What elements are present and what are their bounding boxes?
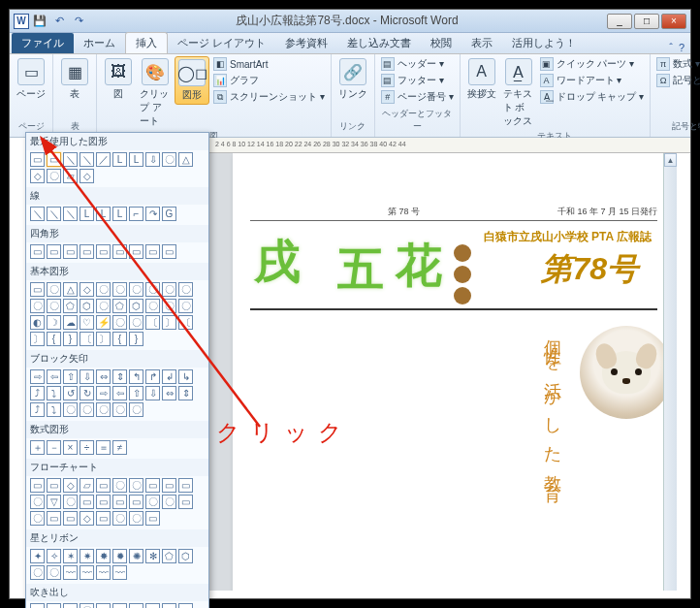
shape-option[interactable]: ▭ xyxy=(30,152,45,167)
shape-option[interactable]: ▱ xyxy=(80,478,94,493)
shape-option[interactable]: ◇ xyxy=(80,282,94,297)
vertical-scrollbar[interactable]: ▲ xyxy=(663,153,677,591)
shape-option[interactable]: ⇨ xyxy=(96,386,111,400)
shape-option[interactable]: ▭ xyxy=(162,244,176,259)
table-button[interactable]: ▦表 xyxy=(57,56,92,103)
shape-option[interactable]: ↲ xyxy=(162,369,176,384)
minimize-button[interactable]: _ xyxy=(607,14,632,29)
clipart-button[interactable]: 🎨クリップ アート xyxy=(138,56,173,130)
shape-option[interactable]: ⇩ xyxy=(145,152,160,167)
shape-option[interactable]: 〇 xyxy=(112,478,127,493)
shape-option[interactable]: ⬡ xyxy=(129,299,143,313)
shape-option[interactable]: ⬠ xyxy=(63,299,78,313)
shape-option[interactable]: 〇 xyxy=(129,315,143,330)
shape-option[interactable]: ＼ xyxy=(63,207,78,221)
shape-option[interactable]: L xyxy=(80,207,94,221)
footer-button[interactable]: ▤フッター ▾ xyxy=(379,73,456,88)
shape-option[interactable]: ▭ xyxy=(47,152,61,167)
shape-option[interactable]: ▭ xyxy=(80,244,94,259)
shape-option[interactable]: ◇ xyxy=(30,169,45,183)
shape-option[interactable]: ▭ xyxy=(96,478,111,493)
shape-option[interactable]: ▭ xyxy=(178,603,193,608)
shape-option[interactable]: ▭ xyxy=(162,603,176,608)
shape-option[interactable]: ▭ xyxy=(30,603,45,608)
equation-button[interactable]: π数式 ▾ xyxy=(654,56,700,72)
shape-option[interactable]: ⇦ xyxy=(112,386,127,400)
shape-option[interactable]: ⌐ xyxy=(129,207,143,221)
shape-option[interactable]: } xyxy=(129,332,143,346)
shape-option[interactable]: × xyxy=(63,440,78,455)
shape-option[interactable]: ▭ xyxy=(47,511,61,526)
shape-option[interactable]: ▭ xyxy=(30,244,45,259)
shape-option[interactable]: ▭ xyxy=(178,478,193,493)
shape-option[interactable]: ♡ xyxy=(80,315,94,330)
symbol-button[interactable]: Ω記号と特殊文字 ▾ xyxy=(654,73,700,88)
shape-option[interactable]: 〰 xyxy=(96,565,111,580)
quickparts-button[interactable]: ▣クイック パーツ ▾ xyxy=(538,56,647,72)
shape-option[interactable]: ✺ xyxy=(129,549,143,563)
shape-option[interactable]: ＼ xyxy=(63,152,78,167)
shape-option[interactable]: 〇 xyxy=(162,282,176,297)
shape-option[interactable]: ⇧ xyxy=(129,386,143,400)
link-button[interactable]: 🔗リンク xyxy=(335,56,370,103)
shapes-button[interactable]: ◯◻図形 xyxy=(175,56,209,105)
shape-option[interactable]: ☁ xyxy=(63,315,78,330)
shape-option[interactable]: G xyxy=(162,207,176,221)
header-button[interactable]: ▤ヘッダー ▾ xyxy=(379,56,456,72)
shape-option[interactable]: ▭ xyxy=(129,603,143,608)
shape-option[interactable]: L xyxy=(96,207,111,221)
shape-option[interactable]: ▭ xyxy=(80,495,94,509)
shape-option[interactable]: ✶ xyxy=(63,549,78,563)
shape-option[interactable]: 〕 xyxy=(30,332,45,346)
shape-option[interactable]: 〇 xyxy=(47,299,61,313)
shape-option[interactable]: ▭ xyxy=(112,495,127,509)
tab-view[interactable]: 表示 xyxy=(461,33,502,53)
shape-option[interactable]: ▭ xyxy=(129,244,143,259)
shape-option[interactable]: ▭ xyxy=(96,511,111,526)
pagenumber-button[interactable]: #ページ番号 ▾ xyxy=(379,89,456,105)
shape-option[interactable]: ⬠ xyxy=(112,299,127,313)
shape-option[interactable]: ⇔ xyxy=(96,369,111,384)
maximize-button[interactable]: □ xyxy=(634,14,659,29)
shape-option[interactable]: 〇 xyxy=(80,402,94,417)
shape-option[interactable]: 〇 xyxy=(30,495,45,509)
shape-option[interactable]: ▭ xyxy=(112,244,127,259)
shape-option[interactable]: ⇔ xyxy=(162,386,176,400)
tab-mailings[interactable]: 差し込み文書 xyxy=(337,33,421,53)
shape-option[interactable]: 〔 xyxy=(80,332,94,346)
document-area[interactable]: 第 78 号 千和 16 年 7 月 15 日発行 戌 五 花 白猿市立戌山小学… xyxy=(209,153,677,591)
shape-option[interactable]: 〇 xyxy=(145,299,160,313)
dropcap-button[interactable]: A͟ドロップ キャップ ▾ xyxy=(538,89,647,105)
shape-option[interactable]: 〇 xyxy=(178,299,193,313)
shape-option[interactable]: － xyxy=(47,440,61,455)
shape-option[interactable]: ✦ xyxy=(30,549,45,563)
shape-option[interactable]: ▭ xyxy=(145,511,160,526)
shape-option[interactable]: 〇 xyxy=(47,169,61,183)
shape-option[interactable]: 〕 xyxy=(96,332,111,346)
qat-undo-icon[interactable]: ↶ xyxy=(50,13,68,30)
shape-option[interactable]: ▭ xyxy=(47,603,61,608)
shape-option[interactable]: ✹ xyxy=(112,549,127,563)
shape-option[interactable]: ▭ xyxy=(96,495,111,509)
shape-option[interactable]: 〇 xyxy=(129,282,143,297)
shape-option[interactable]: ↻ xyxy=(80,386,94,400)
shape-option[interactable]: ⚡ xyxy=(96,315,111,330)
shape-option[interactable]: ⬠ xyxy=(162,549,176,563)
tab-pagelayout[interactable]: ページ レイアウト xyxy=(168,33,275,53)
shape-option[interactable]: ▭ xyxy=(145,603,160,608)
textbox-button[interactable]: A̲テキスト ボックス xyxy=(501,56,536,130)
tab-home[interactable]: ホーム xyxy=(74,33,125,53)
shape-option[interactable]: ⇕ xyxy=(112,369,127,384)
shape-option[interactable]: ＼ xyxy=(30,207,45,221)
help-icon[interactable]: ? xyxy=(679,42,684,53)
shape-option[interactable]: 〰 xyxy=(80,565,94,580)
shape-option[interactable]: ⤴ xyxy=(30,402,45,417)
shape-option[interactable]: 〇 xyxy=(162,152,176,167)
shape-option[interactable]: ▭ xyxy=(96,244,111,259)
shape-option[interactable]: 〇 xyxy=(47,565,61,580)
shape-option[interactable]: 〇 xyxy=(112,282,127,297)
shape-option[interactable]: 〇 xyxy=(63,495,78,509)
shape-option[interactable]: ✷ xyxy=(80,549,94,563)
shape-option[interactable]: 〇 xyxy=(30,511,45,526)
shape-option[interactable]: 〇 xyxy=(47,282,61,297)
